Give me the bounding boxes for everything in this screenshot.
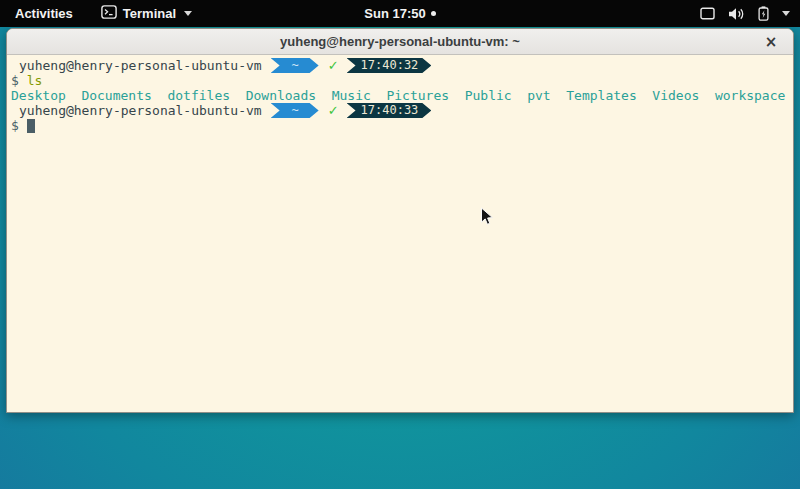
prompt-symbol: $ <box>11 73 19 88</box>
chevron-down-icon <box>782 11 790 16</box>
app-menu-label: Terminal <box>123 6 176 21</box>
directory-name: dotfiles <box>167 88 230 103</box>
status-check-icon: ✓ <box>328 58 339 73</box>
terminal-window: yuheng@henry-personal-ubuntu-vm: ~ × yuh… <box>6 28 794 413</box>
activities-button[interactable]: Activities <box>11 6 77 21</box>
window-titlebar[interactable]: yuheng@henry-personal-ubuntu-vm: ~ × <box>7 29 793 55</box>
window-title: yuheng@henry-personal-ubuntu-vm: ~ <box>280 34 520 49</box>
directory-name: Music <box>332 88 371 103</box>
cwd-badge: ~ <box>271 103 319 118</box>
volume-icon <box>728 7 745 21</box>
close-button[interactable]: × <box>762 33 780 51</box>
chevron-down-icon <box>184 11 192 16</box>
directory-name: Pictures <box>386 88 449 103</box>
terminal-app-icon <box>101 5 117 22</box>
time-badge: 17:40:32 <box>347 58 432 73</box>
text-cursor <box>27 119 35 133</box>
app-menu-terminal[interactable]: Terminal <box>101 5 192 22</box>
system-tray[interactable] <box>700 0 790 27</box>
display-icon <box>700 7 715 20</box>
directory-name: Documents <box>81 88 151 103</box>
battery-charging-icon <box>758 6 769 21</box>
directory-name: Videos <box>652 88 699 103</box>
terminal-content[interactable]: yuheng@henry-personal-ubuntu-vm ~ ✓ 17:4… <box>7 55 793 412</box>
cwd-badge: ~ <box>271 58 319 73</box>
command-line: $ ls <box>11 73 791 88</box>
directory-name: Templates <box>566 88 636 103</box>
prompt-symbol: $ <box>11 118 19 133</box>
top-bar: Activities Terminal Sun 17:50 <box>0 0 800 27</box>
status-check-icon: ✓ <box>328 103 339 118</box>
prompt-line: yuheng@henry-personal-ubuntu-vm ~ ✓ 17:4… <box>11 58 791 73</box>
user-host: yuheng@henry-personal-ubuntu-vm <box>19 103 262 118</box>
command-text: ls <box>27 73 43 88</box>
clock-label: Sun 17:50 <box>364 6 425 21</box>
directory-name: Desktop <box>11 88 66 103</box>
directory-name: pvt <box>527 88 550 103</box>
desktop: { "topbar": { "activities_label": "Activ… <box>0 0 800 489</box>
top-bar-left: Activities Terminal <box>0 5 192 22</box>
user-host: yuheng@henry-personal-ubuntu-vm <box>19 58 262 73</box>
directory-name: Public <box>465 88 512 103</box>
notification-dot <box>431 11 436 16</box>
input-line[interactable]: $ <box>11 118 791 133</box>
directory-listing: DesktopDocumentsdotfilesDownloadsMusicPi… <box>11 88 791 103</box>
directory-name: Downloads <box>246 88 316 103</box>
time-badge: 17:40:33 <box>347 103 432 118</box>
directory-name: workspace <box>715 88 785 103</box>
prompt-line: yuheng@henry-personal-ubuntu-vm ~ ✓ 17:4… <box>11 103 791 118</box>
